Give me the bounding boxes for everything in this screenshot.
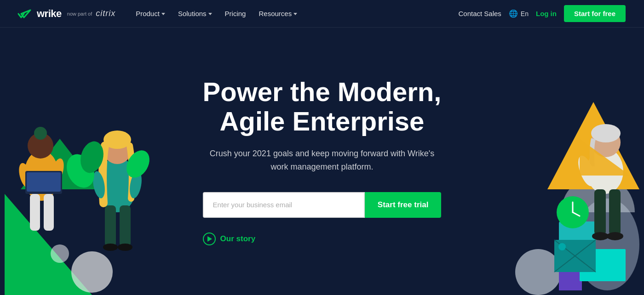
svg-point-45 — [607, 232, 623, 240]
solutions-chevron-icon — [208, 13, 212, 15]
svg-rect-13 — [27, 172, 61, 192]
nav-links: Product Solutions Pricing Resources — [130, 6, 303, 21]
svg-point-44 — [592, 232, 609, 240]
start-free-trial-button[interactable]: Start free trial — [365, 192, 442, 218]
svg-point-20 — [118, 244, 132, 251]
left-illustration — [0, 28, 166, 295]
nav-solutions[interactable]: Solutions — [172, 6, 218, 21]
svg-rect-17 — [105, 205, 116, 247]
play-triangle-icon — [207, 236, 212, 242]
nav-right: Contact Sales 🌐 En Log in Start for free — [458, 5, 626, 22]
svg-rect-43 — [609, 189, 621, 235]
nav-resources[interactable]: Resources — [253, 6, 303, 21]
now-part-of-text: now part of — [67, 11, 92, 17]
wrike-logo-icon — [18, 8, 33, 19]
svg-rect-9 — [44, 194, 54, 231]
svg-point-37 — [558, 243, 566, 250]
nav-left: wrike now part of citrix Product Solutio… — [18, 6, 303, 21]
hero-section: Power the Modern, Agile Enterprise Crush… — [0, 28, 644, 295]
product-chevron-icon — [161, 13, 165, 15]
resources-chevron-icon — [293, 13, 297, 15]
logo-text: wrike — [37, 8, 62, 20]
globe-icon: 🌐 — [509, 9, 518, 18]
svg-point-16 — [104, 130, 131, 149]
nav-pricing[interactable]: Pricing — [219, 6, 252, 21]
svg-rect-8 — [30, 194, 40, 231]
right-illustration — [488, 28, 644, 295]
play-circle-icon — [203, 233, 216, 245]
language-selector[interactable]: 🌐 En — [509, 9, 529, 18]
navbar: wrike now part of citrix Product Solutio… — [0, 0, 644, 28]
hero-title: Power the Modern, Agile Enterprise — [203, 77, 442, 136]
logo-area[interactable]: wrike now part of citrix — [18, 8, 115, 20]
lang-text: En — [521, 10, 529, 17]
hero-subtitle: Crush your 2021 goals and keep moving fo… — [207, 147, 437, 174]
svg-point-7 — [34, 127, 47, 140]
svg-rect-42 — [594, 189, 606, 235]
start-for-free-button[interactable]: Start for free — [564, 5, 626, 22]
nav-product[interactable]: Product — [130, 6, 171, 21]
svg-point-19 — [103, 244, 118, 251]
our-story-link[interactable]: Our story — [203, 233, 442, 245]
hero-content: Power the Modern, Agile Enterprise Crush… — [203, 77, 442, 245]
login-link[interactable]: Log in — [536, 10, 557, 17]
contact-sales-link[interactable]: Contact Sales — [458, 10, 501, 17]
email-form: Start free trial — [203, 192, 442, 218]
email-input[interactable] — [203, 192, 365, 218]
citrix-text: citrix — [96, 9, 115, 18]
svg-point-3 — [51, 244, 69, 263]
svg-rect-18 — [120, 205, 131, 247]
svg-point-2 — [71, 251, 113, 293]
